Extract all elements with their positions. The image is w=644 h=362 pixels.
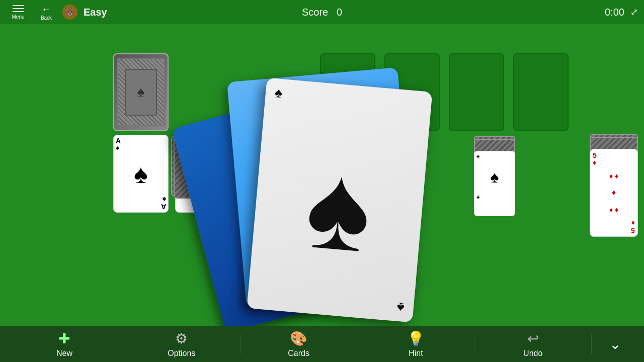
options-icon: ⚙	[175, 330, 188, 347]
options-button[interactable]: ⚙ Options	[131, 330, 232, 358]
divider-4	[474, 334, 474, 354]
divider-3	[357, 334, 357, 354]
deck-pile[interactable]: ♠	[113, 53, 169, 131]
back-arrow-icon: ←	[41, 4, 51, 15]
top-bar-right: 0:00 ⤢	[605, 7, 638, 18]
top-bar: Menu ← Back 🐻 Easy Score 0 0:00 ⤢	[0, 0, 644, 24]
ace-rank-bottom: A ♠	[161, 196, 166, 210]
divider-1	[123, 334, 123, 354]
undo-label: Undo	[523, 349, 542, 358]
big-card-corner-br: ♠	[396, 300, 405, 315]
hamburger-icon	[13, 5, 24, 12]
cards-label: Cards	[288, 349, 309, 358]
undo-button[interactable]: ↩ Undo	[482, 330, 583, 358]
game-title: Easy	[84, 7, 107, 18]
diamonds5-rank-bottom: 5 ♦	[593, 220, 635, 234]
game-area: ♠ A ♠ ♠ A ♠ K ♠ ♚	[0, 24, 644, 337]
big-spade-symbol: ♠	[302, 145, 376, 270]
ace-of-spades-card[interactable]: A ♠ ♠ A ♠	[113, 135, 169, 213]
back-label: Back	[41, 15, 52, 21]
bottom-bar: ✚ New ⚙ Options 🎨 Cards 💡 Hint ↩ Undo ⌄	[0, 326, 644, 362]
bear-logo: 🐻	[62, 5, 77, 20]
new-button[interactable]: ✚ New	[14, 330, 115, 358]
big-card-corner-tl: ♠	[274, 85, 283, 100]
more-button[interactable]: ⌄	[600, 336, 630, 352]
spades3-center: ♠	[476, 159, 513, 195]
cards-button[interactable]: 🎨 Cards	[249, 330, 349, 358]
diamonds5-pips: ♦ ♦ ♦ ♦ ♦	[593, 166, 635, 220]
timer-display: 0:00	[605, 7, 624, 18]
foundation-slot-2[interactable]	[384, 53, 440, 131]
undo-icon: ↩	[527, 330, 539, 347]
score-label: Score	[302, 7, 328, 18]
foundation-slot-3[interactable]	[449, 53, 504, 131]
diamonds5-rank-top: 5 ♦	[593, 152, 635, 166]
diamonds5-row2: ♦	[612, 188, 616, 197]
new-icon: ✚	[58, 330, 70, 347]
score-value: 0	[337, 7, 342, 18]
foundation-area	[320, 53, 569, 131]
expand-icon[interactable]: ⤢	[630, 7, 638, 18]
hint-icon: 💡	[407, 330, 425, 347]
diamonds5-row3: ♦ ♦	[609, 206, 618, 214]
hint-label: Hint	[409, 349, 423, 358]
spades3-rank: ♠	[476, 153, 513, 159]
score-section: Score 0	[302, 7, 342, 18]
cards-icon: 🎨	[290, 330, 307, 347]
top-bar-left: Menu ← Back 🐻 Easy	[6, 0, 107, 24]
chevron-down-icon: ⌄	[609, 336, 621, 352]
deck-inner-pattern: ♠	[125, 69, 157, 115]
menu-button[interactable]: Menu	[6, 0, 30, 24]
back-card-2	[174, 138, 214, 199]
deck-pattern: ♠	[117, 58, 165, 127]
menu-label: Menu	[12, 14, 24, 20]
foundation-slot-4[interactable]	[513, 53, 569, 131]
divider-2	[240, 334, 240, 354]
spades-face-card[interactable]: ♠ ♠ ♠	[474, 151, 515, 216]
hint-button[interactable]: 💡 Hint	[365, 330, 466, 358]
back-button[interactable]: ← Back	[34, 0, 58, 24]
ace-center-symbol: ♠	[116, 151, 166, 196]
new-label: New	[56, 349, 72, 358]
divider-5	[591, 334, 592, 354]
diamonds5-face[interactable]: 5 ♦ ♦ ♦ ♦ ♦ ♦ 5 ♦	[590, 149, 638, 237]
foundation-slot-1[interactable]	[320, 53, 375, 131]
spades3-rank-bottom: ♠	[476, 195, 513, 201]
diamonds5-row1: ♦ ♦	[609, 172, 618, 180]
ace-rank-top: A ♠	[116, 137, 166, 151]
options-label: Options	[168, 349, 195, 358]
